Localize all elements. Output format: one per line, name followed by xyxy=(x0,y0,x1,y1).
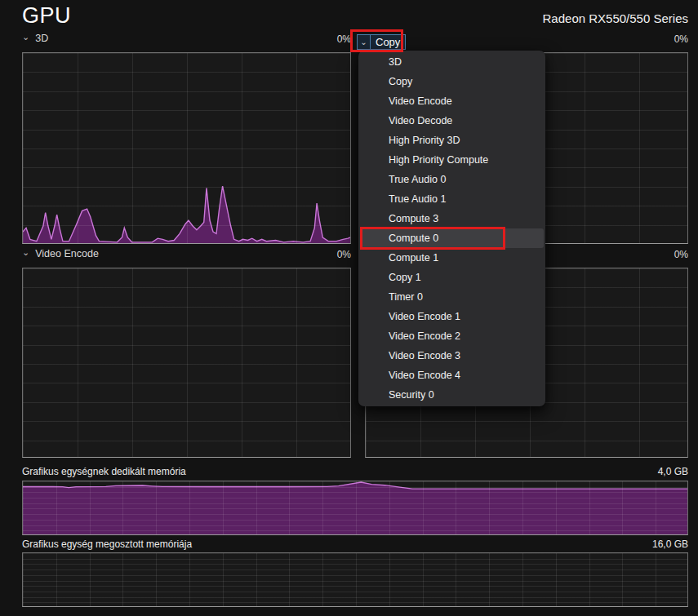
chart-shared-memory[interactable] xyxy=(22,552,688,607)
chart-3d[interactable] xyxy=(22,52,351,244)
utilization-percent-video-encode-left: 0% xyxy=(22,249,351,260)
menu-item-high-priority-compute[interactable]: High Priority Compute xyxy=(360,150,544,170)
menu-item-compute-0[interactable]: Compute 0 xyxy=(360,228,544,248)
dedicated-memory-label: Grafikus egységnek dedikált memória xyxy=(22,466,186,477)
utilization-percent-3d: 0% xyxy=(22,33,351,45)
menu-item-3d[interactable]: 3D xyxy=(360,52,544,72)
menu-item-timer-0[interactable]: Timer 0 xyxy=(360,287,544,307)
shared-memory-row: Grafikus egység megosztott memóriája 16,… xyxy=(22,538,688,550)
chart-dedicated-memory[interactable] xyxy=(22,481,688,535)
menu-item-true-audio-1[interactable]: True Audio 1 xyxy=(360,189,544,209)
menu-item-video-encode[interactable]: Video Encode xyxy=(360,91,544,111)
dropdown-chevron-icon[interactable]: ⌄ xyxy=(357,34,371,50)
utilization-percent-copy: 0% xyxy=(365,33,688,45)
engine-context-menu: 3D Copy Video Encode Video Decode High P… xyxy=(358,51,545,406)
task-manager-gpu-panel: GPU Radeon RX550/550 Series ⌄ 3D 0% 0% ⌄… xyxy=(0,0,698,616)
menu-item-video-encode-1[interactable]: Video Encode 1 xyxy=(360,307,544,326)
chart-shared-memory-sparkline xyxy=(23,553,687,606)
chart-video-encode-left-sparkline xyxy=(23,268,350,457)
menu-item-copy[interactable]: Copy xyxy=(360,72,544,91)
chart-dedicated-memory-sparkline xyxy=(23,481,687,534)
menu-item-compute-3[interactable]: Compute 3 xyxy=(360,209,544,228)
menu-item-high-priority-3d[interactable]: High Priority 3D xyxy=(360,131,544,150)
shared-memory-label: Grafikus egység megosztott memóriája xyxy=(22,538,192,550)
menu-item-video-encode-3[interactable]: Video Encode 3 xyxy=(360,346,544,366)
shared-memory-capacity: 16,0 GB xyxy=(652,538,688,550)
dedicated-memory-row: Grafikus egységnek dedikált memória 4,0 … xyxy=(22,466,688,477)
menu-item-compute-1[interactable]: Compute 1 xyxy=(360,248,544,268)
chart-video-encode-left[interactable] xyxy=(22,268,351,458)
dedicated-memory-capacity: 4,0 GB xyxy=(658,466,688,477)
chart-3d-sparkline xyxy=(23,53,350,243)
gpu-model-name: Radeon RX550/550 Series xyxy=(543,11,688,25)
menu-item-true-audio-0[interactable]: True Audio 0 xyxy=(360,170,544,189)
menu-item-video-encode-4[interactable]: Video Encode 4 xyxy=(360,366,544,385)
page-title: GPU xyxy=(22,3,71,29)
dropdown-selected-label[interactable]: Copy xyxy=(370,34,406,50)
menu-item-security-0[interactable]: Security 0 xyxy=(360,385,544,405)
menu-item-copy-1[interactable]: Copy 1 xyxy=(360,268,544,287)
menu-item-video-encode-2[interactable]: Video Encode 2 xyxy=(360,326,544,346)
engine-selector-dropdown[interactable]: ⌄ Copy xyxy=(357,34,406,50)
menu-item-video-decode[interactable]: Video Decode xyxy=(360,111,544,131)
